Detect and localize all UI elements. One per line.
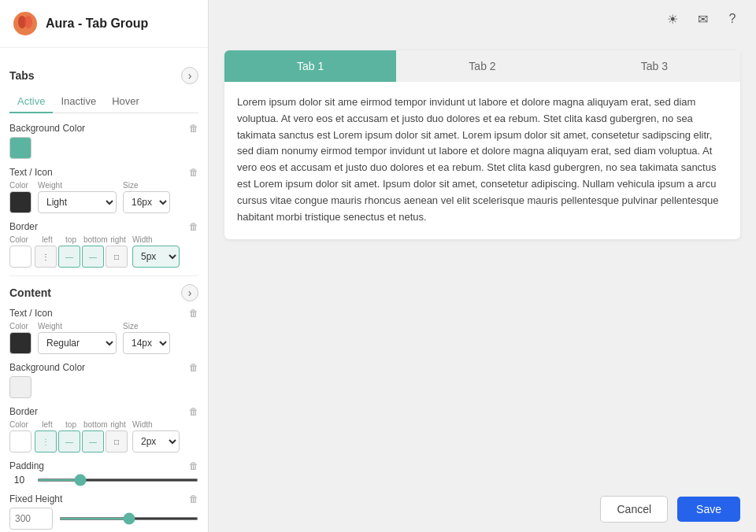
preview-tab-1[interactable]: Tab 1	[224, 50, 396, 82]
content-text-color-swatch[interactable]	[9, 332, 32, 354]
save-button[interactable]: Save	[677, 497, 740, 522]
content-section-title: Content	[9, 286, 51, 299]
tabs-section-header: Tabs ›	[9, 67, 198, 84]
content-collapse-button[interactable]: ›	[181, 284, 198, 301]
content-label-right: right	[107, 420, 129, 429]
content-border-right-btn[interactable]: □	[106, 430, 128, 453]
sidebar: Aura - Tab Group Tabs › Active Inactive …	[0, 0, 209, 532]
content-fixed-height-delete[interactable]: 🗑	[189, 493, 198, 504]
content-color-group: Color	[9, 322, 32, 354]
active-color-sublabel: Color	[9, 181, 32, 190]
content-weight-select[interactable]: Regular Light Medium Bold	[38, 332, 117, 354]
content-bg-delete[interactable]: 🗑	[189, 362, 198, 373]
cancel-button[interactable]: Cancel	[600, 496, 668, 523]
content-border-left-btn[interactable]: ⋮	[35, 430, 57, 453]
content-label-bottom: bottom	[83, 420, 106, 429]
content-padding-row: Padding 🗑 10	[9, 460, 198, 486]
content-border-color-swatch[interactable]	[9, 430, 32, 453]
content-section-header: Content ›	[9, 284, 198, 301]
active-border-color-group: Color	[9, 235, 32, 268]
content-fixed-height-label: Fixed Height	[9, 493, 62, 504]
active-bg-delete[interactable]: 🗑	[189, 123, 198, 134]
content-bg-header: Background Color 🗑	[9, 362, 198, 373]
content-label-top: top	[60, 420, 82, 429]
label-left: left	[36, 235, 58, 244]
content-text-icon-row: Text / Icon 🗑 Color Weight Regular Light…	[9, 308, 198, 354]
content-weight-group: Weight Regular Light Medium Bold	[38, 322, 117, 354]
active-bg-label: Background Color	[9, 123, 85, 134]
active-size-group: Size 16px 14px 12px 18px	[123, 181, 170, 213]
active-text-icon-delete[interactable]: 🗑	[189, 167, 198, 178]
sun-icon[interactable]: ☀	[662, 8, 684, 30]
tab-nav-active[interactable]: Active	[9, 91, 53, 113]
padding-slider[interactable]	[37, 478, 198, 482]
active-weight-sublabel: Weight	[38, 181, 117, 190]
app-logo	[13, 11, 38, 36]
label-top: top	[60, 235, 82, 244]
bottom-bar: Cancel Save	[209, 486, 756, 532]
content-fixed-height-header: Fixed Height 🗑	[9, 493, 198, 504]
active-text-color-swatch[interactable]	[9, 191, 32, 213]
active-text-icon-label: Text / Icon	[9, 167, 53, 178]
content-border-width-select[interactable]: 2px 1px 3px 4px 5px	[132, 430, 180, 453]
active-border-width-select[interactable]: 5px 1px 2px 3px 4px	[132, 246, 180, 268]
content-text-icon-header: Text / Icon 🗑	[9, 308, 198, 319]
fixed-height-slider[interactable]	[59, 517, 198, 520]
active-border-right-btn[interactable]: □	[106, 246, 128, 268]
sidebar-content: Tabs › Active Inactive Hover Background …	[0, 48, 208, 532]
preview-tab-2[interactable]: Tab 2	[396, 50, 568, 82]
content-bg-color-swatch[interactable]	[9, 376, 32, 398]
content-size-sublabel: Size	[123, 322, 170, 331]
padding-controls: 10	[9, 475, 198, 486]
content-padding-delete[interactable]: 🗑	[189, 460, 198, 471]
tab-nav-hover[interactable]: Hover	[104, 91, 147, 113]
sidebar-header: Aura - Tab Group	[0, 0, 208, 48]
preview-area: Tab 1 Tab 2 Tab 3 Lorem ipsum dolor sit …	[209, 38, 756, 486]
active-border-label: Border	[9, 221, 38, 232]
active-border-delete[interactable]: 🗑	[189, 221, 198, 232]
tab-nav-inactive[interactable]: Inactive	[53, 91, 104, 113]
help-icon[interactable]: ?	[721, 8, 743, 30]
mail-icon[interactable]: ✉	[691, 8, 713, 30]
content-label-left: left	[36, 420, 58, 429]
active-border-color-sublabel: Color	[9, 235, 32, 244]
content-padding-label: Padding	[9, 460, 44, 471]
active-border-color-swatch[interactable]	[9, 246, 32, 268]
main-content: ☀ ✉ ? Tab 1 Tab 2 Tab 3 Lorem ipsum dolo…	[209, 0, 756, 532]
content-text-icon-delete[interactable]: 🗑	[189, 308, 198, 319]
active-text-icon-row: Text / Icon 🗑 Color Weight Light Regular…	[9, 167, 198, 213]
content-text-icon-controls: Color Weight Regular Light Medium Bold S…	[9, 322, 198, 354]
active-text-icon-controls: Color Weight Light Regular Medium Bold S…	[9, 181, 198, 213]
active-border-width-group: Width 5px 1px 2px 3px 4px	[132, 235, 180, 268]
preview-tab-content: Lorem ipsum dolor sit ame eirmod tempor …	[224, 82, 740, 239]
active-weight-group: Weight Light Regular Medium Bold	[38, 181, 117, 213]
active-border-left-btn[interactable]: ⋮	[35, 246, 57, 268]
fixed-height-input[interactable]	[9, 508, 53, 530]
active-size-select[interactable]: 16px 14px 12px 18px	[123, 191, 170, 213]
content-bg-label: Background Color	[9, 362, 85, 373]
active-border-top-btn[interactable]: ―	[58, 246, 80, 268]
content-size-select[interactable]: 14px 12px 16px 18px	[123, 332, 170, 354]
active-bg-color-swatch[interactable]	[9, 137, 32, 159]
active-color-group: Color	[9, 181, 32, 213]
section-divider	[9, 275, 198, 276]
content-text-icon-label: Text / Icon	[9, 308, 53, 319]
content-border-delete[interactable]: 🗑	[189, 406, 198, 417]
tabs-collapse-button[interactable]: ›	[181, 67, 198, 84]
active-border-positions: left top bottom right ⋮ ― ― □	[35, 235, 129, 268]
preview-tab-3[interactable]: Tab 3	[569, 50, 740, 82]
svg-point-2	[24, 16, 32, 28]
active-bg-header: Background Color 🗑	[9, 123, 198, 134]
app-title: Aura - Tab Group	[46, 17, 148, 31]
tabs-section-title: Tabs	[9, 69, 35, 82]
active-border-width-sublabel: Width	[132, 235, 180, 244]
content-weight-sublabel: Weight	[38, 322, 117, 331]
content-border-label: Border	[9, 406, 38, 417]
top-bar: ☀ ✉ ?	[209, 0, 756, 38]
content-border-bottom-btn[interactable]: ―	[82, 430, 104, 453]
active-border-bottom-btn[interactable]: ―	[82, 246, 104, 268]
active-weight-select[interactable]: Light Regular Medium Bold	[38, 191, 117, 213]
content-border-top-btn[interactable]: ―	[58, 430, 80, 453]
label-bottom: bottom	[83, 235, 106, 244]
content-fixed-height-row: Fixed Height 🗑	[9, 493, 198, 530]
